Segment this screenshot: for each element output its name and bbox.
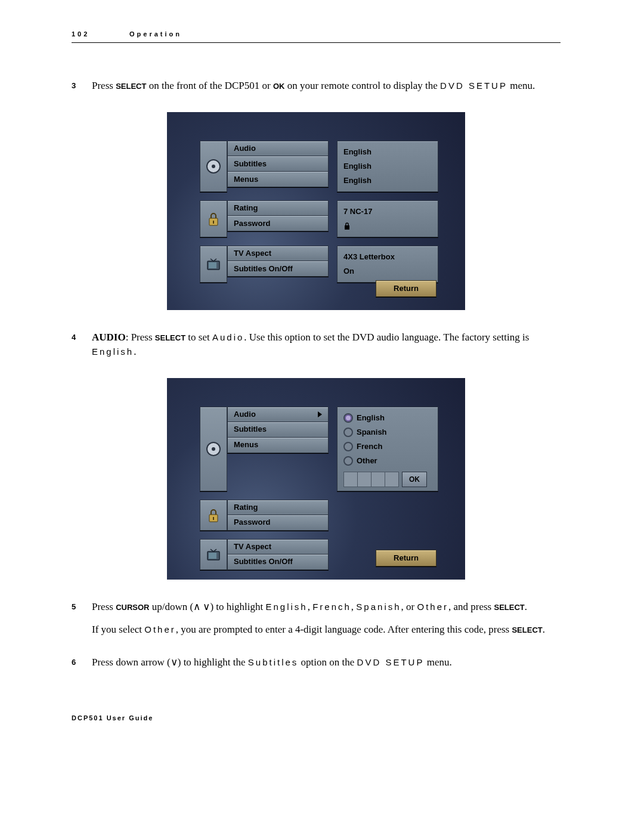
menu-menus[interactable]: Menus [227, 172, 329, 187]
group-display: TV Aspect Subtitles On/Off 4X3 Letterbox… [200, 246, 465, 283]
value-password [343, 219, 432, 233]
chevron-right-icon [318, 411, 322, 417]
code-entry: OK [343, 472, 432, 487]
lock-icon [200, 200, 227, 237]
group-language: Audio Subtitles Menus English English En… [200, 141, 465, 192]
option-spanish[interactable]: Spanish [343, 425, 432, 439]
value-rating: 7 NC-17 [343, 205, 432, 219]
step-number: 5 [72, 600, 92, 645]
page-number: 102 [72, 30, 125, 39]
svg-rect-6 [209, 262, 216, 268]
lock-icon [200, 500, 227, 531]
svg-point-8 [212, 447, 215, 451]
svg-rect-4 [345, 225, 349, 230]
step-number: 3 [72, 79, 92, 101]
svg-rect-3 [213, 221, 214, 224]
value-subs-onoff: On [343, 264, 432, 278]
code-digit[interactable] [385, 472, 399, 487]
small-lock-icon [343, 222, 351, 230]
step-4: 4 AUDIO: Press SELECT to set Audio. Use … [72, 330, 561, 367]
svg-point-1 [212, 165, 215, 168]
menu-tvaspect[interactable]: TV Aspect [227, 539, 329, 555]
menu-subs-onoff[interactable]: Subtitles On/Off [227, 555, 329, 570]
value-menus: English [343, 174, 432, 188]
value-tvaspect: 4X3 Letterbox [343, 250, 432, 264]
code-digit[interactable] [357, 472, 371, 487]
option-french[interactable]: French [343, 439, 432, 454]
code-digit[interactable] [343, 472, 358, 487]
radio-icon [343, 442, 353, 451]
svg-rect-10 [213, 517, 214, 520]
step-body: AUDIO: Press SELECT to set Audio. Use th… [92, 330, 561, 367]
dvd-setup-screenshot-1: Audio Subtitles Menus English English En… [167, 112, 465, 310]
page-footer: DCP501 User Guide [72, 714, 561, 723]
menu-rating[interactable]: Rating [227, 200, 329, 216]
radio-icon [343, 428, 353, 437]
group-language: Audio Subtitles Menus English Spanish Fr… [200, 407, 465, 491]
menu-menus[interactable]: Menus [227, 438, 329, 453]
menu-audio[interactable]: Audio [227, 141, 329, 156]
value-audio: English [343, 145, 432, 159]
radio-icon [343, 456, 353, 466]
ok-button[interactable]: OK [402, 472, 427, 487]
section-title: Operation [129, 30, 182, 38]
menu-tvaspect[interactable]: TV Aspect [227, 246, 329, 261]
dvd-setup-screenshot-2: Audio Subtitles Menus English Spanish Fr… [167, 378, 465, 580]
radio-selected-icon [343, 413, 353, 423]
return-button[interactable]: Return [376, 550, 436, 566]
option-other[interactable]: Other [343, 454, 432, 468]
manual-page: 102 Operation 3 Press SELECT on the fron… [0, 0, 644, 759]
tv-icon [200, 246, 227, 283]
group-parental: Rating Password 7 NC-17 [200, 200, 465, 237]
step-5: 5 Press CURSOR up/down (∧ ∨) to highligh… [72, 600, 561, 645]
disc-icon [200, 407, 227, 491]
tv-icon [200, 539, 227, 570]
menu-subtitles[interactable]: Subtitles [227, 156, 329, 172]
menu-audio[interactable]: Audio [227, 407, 329, 422]
value-subtitles: English [343, 159, 432, 174]
code-digit[interactable] [371, 472, 385, 487]
menu-rating[interactable]: Rating [227, 500, 329, 515]
menu-password[interactable]: Password [227, 216, 329, 231]
svg-rect-12 [209, 553, 216, 559]
return-button[interactable]: Return [376, 280, 436, 297]
step-number: 6 [72, 655, 92, 678]
step-6: 6 Press down arrow (∨) to highlight the … [72, 655, 561, 678]
menu-password[interactable]: Password [227, 515, 329, 531]
step-body: Press CURSOR up/down (∧ ∨) to highlight … [92, 600, 561, 645]
step-body: Press down arrow (∨) to highlight the Su… [92, 655, 561, 678]
disc-icon [200, 141, 227, 192]
page-header: 102 Operation [72, 30, 561, 43]
menu-subtitles[interactable]: Subtitles [227, 422, 329, 438]
option-english[interactable]: English [343, 411, 432, 425]
step-3: 3 Press SELECT on the front of the DCP50… [72, 79, 561, 101]
step-body: Press SELECT on the front of the DCP501 … [92, 79, 561, 101]
menu-subs-onoff[interactable]: Subtitles On/Off [227, 261, 329, 277]
step-number: 4 [72, 330, 92, 367]
group-parental: Rating Password [200, 500, 465, 531]
